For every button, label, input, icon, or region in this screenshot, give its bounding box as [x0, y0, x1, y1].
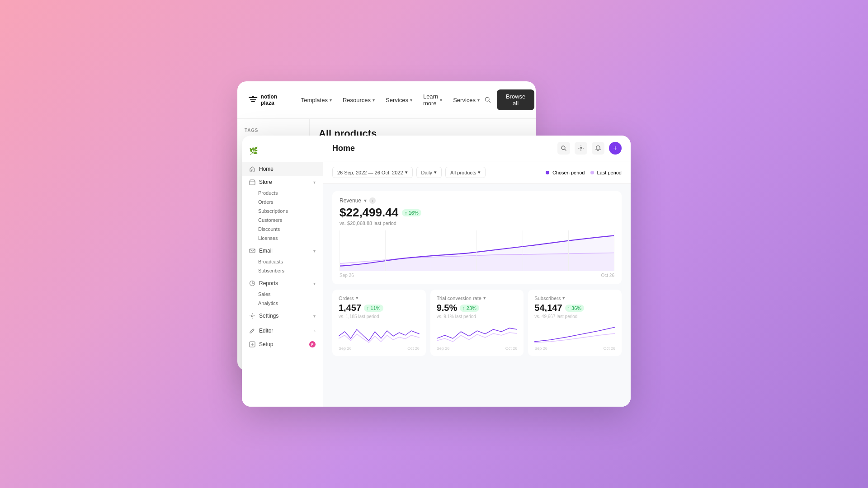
info-icon: i: [369, 197, 376, 204]
orders-change: ↑ 11%: [364, 305, 383, 312]
trial-change: ↑ 23%: [460, 305, 479, 312]
store-icon: [249, 179, 255, 185]
add-button[interactable]: +: [609, 142, 622, 155]
chevron-right-icon: ›: [314, 328, 316, 333]
sidebar-group-reports: Reports ▾ Sales Analytics: [242, 277, 323, 308]
chevron-down-icon: ▾: [440, 98, 442, 103]
trial-label: Trial conversion rate: [437, 296, 481, 301]
subscribers-label: Subscribers: [534, 296, 561, 301]
reports-icon: [249, 280, 255, 286]
sidebar-item-discounts[interactable]: Discounts: [242, 225, 323, 234]
svg-rect-1: [250, 99, 256, 100]
orders-chart: [339, 323, 420, 345]
email-icon: [249, 248, 255, 254]
sidebar-item-settings[interactable]: Settings ▾: [242, 310, 323, 322]
services2-nav[interactable]: Services ▾: [448, 94, 484, 106]
sidebar-item-editor[interactable]: Editor ›: [242, 324, 323, 338]
dashboard-logo-emoji: 🌿: [249, 147, 258, 155]
sidebar-item-licenses[interactable]: Licenses: [242, 234, 323, 243]
sidebar-group-settings: Settings ▾: [242, 310, 323, 322]
resources-nav[interactable]: Resources ▾: [338, 94, 379, 106]
period-filter[interactable]: Daily ▾: [416, 167, 442, 178]
trial-value: 9.5%: [437, 303, 458, 313]
dashboard-card: 🌿 Home Store ▾: [242, 136, 631, 407]
dashboard-sidebar: 🌿 Home Store ▾: [242, 136, 323, 407]
revenue-comparison: vs. $20,068.88 last period: [340, 221, 614, 226]
chevron-down-icon: ▾: [410, 98, 412, 103]
sidebar-item-home[interactable]: Home: [242, 162, 323, 176]
bell-icon: [595, 145, 601, 151]
setup-badge: P: [309, 341, 316, 347]
dashboard-content: Revenue ▾ i $22,499.44 ↑ 16% vs. $20,068…: [323, 184, 631, 407]
sidebar-item-email[interactable]: Email ▾: [242, 244, 323, 257]
metrics-grid: Orders ▾ 1,457 ↑ 11% vs. 1,185 last peri…: [332, 290, 622, 356]
logo-text: notion plaza: [261, 94, 282, 107]
trial-comparison: vs. 9.1% last period: [437, 314, 518, 319]
orders-value: 1,457: [339, 303, 361, 313]
sidebar-item-reports[interactable]: Reports ▾: [242, 277, 323, 290]
chevron-down-icon: ▾: [477, 98, 480, 103]
subscribers-chart: [534, 323, 615, 345]
sidebar-item-customers[interactable]: Customers: [242, 216, 323, 225]
chevron-down-icon5: ▾: [313, 314, 316, 319]
chosen-period-dot: [546, 171, 549, 174]
svg-point-7: [251, 315, 253, 317]
sidebar-group-email: Email ▾ Broadcasts Subscribers: [242, 244, 323, 275]
period-legend: Chosen period Last period: [546, 170, 622, 175]
sidebar-item-setup[interactable]: Setup P: [242, 338, 323, 351]
chevron-down-icon8: ▾: [478, 169, 481, 175]
sidebar-item-sales[interactable]: Sales: [242, 290, 323, 299]
sidebar-item-broadcasts[interactable]: Broadcasts: [242, 257, 323, 266]
subscribers-change: ↑ 36%: [565, 305, 585, 312]
nav-menu: Templates ▾ Resources ▾ Services ▾ Learn…: [297, 90, 484, 109]
chevron-down-icon6: ▾: [405, 169, 408, 175]
dashboard-header: Home: [323, 136, 631, 161]
gear-icon: [578, 145, 584, 151]
services-nav[interactable]: Services ▾: [381, 94, 417, 106]
sidebar-item-subscriptions[interactable]: Subscriptions: [242, 206, 323, 216]
dashboard-main: Home: [323, 136, 631, 407]
products-filter[interactable]: All products ▾: [445, 167, 486, 178]
logo[interactable]: notion plaza: [248, 93, 282, 107]
subscribers-card: Subscribers ▾ 54,147 ↑ 36% vs. 49,667 la…: [528, 290, 622, 356]
chevron-down-icon: ▾: [330, 98, 332, 103]
templates-nav[interactable]: Templates ▾: [297, 94, 336, 106]
trial-conversion-card: Trial conversion rate ▾ 9.5% ↑ 23% vs. 9…: [430, 290, 524, 356]
revenue-chart: [340, 230, 614, 271]
svg-point-3: [485, 97, 489, 101]
revenue-chart-end: Oct 26: [601, 273, 614, 278]
chevron-up-icon: ▾: [313, 180, 316, 185]
sidebar-item-products[interactable]: Products: [242, 188, 323, 197]
date-range-filter[interactable]: 26 Sep, 2022 — 26 Oct, 2022 ▾: [332, 167, 413, 178]
revenue-chevron: ▾: [364, 197, 367, 204]
trial-chart: [437, 323, 518, 345]
sidebar-item-store[interactable]: Store ▾: [242, 176, 323, 188]
orders-comparison: vs. 1,185 last period: [339, 314, 420, 319]
chevron-down-icon: ▾: [373, 98, 375, 103]
settings-icon: [249, 313, 255, 319]
home-icon: [249, 166, 255, 172]
sidebar-group-store: Store ▾ Products Orders Subscriptions Cu…: [242, 176, 323, 243]
subscribers-value: 54,147: [534, 303, 562, 313]
search-button[interactable]: [557, 142, 570, 155]
svg-rect-2: [251, 101, 255, 102]
browse-all-button[interactable]: Browse all: [497, 89, 535, 110]
dashboard-filters: 26 Sep, 2022 — 26 Oct, 2022 ▾ Daily ▾ Al…: [323, 161, 631, 184]
dashboard-logo: 🌿: [242, 143, 323, 162]
chevron-up-icon3: ▾: [313, 281, 316, 286]
chevron-down-icon7: ▾: [434, 169, 437, 175]
settings-button[interactable]: [575, 142, 587, 155]
notification-button[interactable]: [592, 142, 604, 155]
sidebar-item-orders[interactable]: Orders: [242, 197, 323, 206]
learn-more-nav[interactable]: Learn more ▾: [419, 90, 447, 109]
dashboard-title: Home: [332, 144, 355, 153]
revenue-section: Revenue ▾ i $22,499.44 ↑ 16% vs. $20,068…: [332, 191, 622, 284]
sidebar-item-subscribers[interactable]: Subscribers: [242, 266, 323, 275]
sidebar-item-analytics[interactable]: Analytics: [242, 299, 323, 308]
revenue-label: Revenue: [340, 197, 361, 204]
setup-icon: [249, 341, 255, 347]
search-icon[interactable]: [484, 95, 491, 104]
revenue-change: ↑ 16%: [402, 209, 421, 216]
last-period-dot: [590, 171, 594, 174]
tags-label: TAGS: [245, 128, 302, 133]
